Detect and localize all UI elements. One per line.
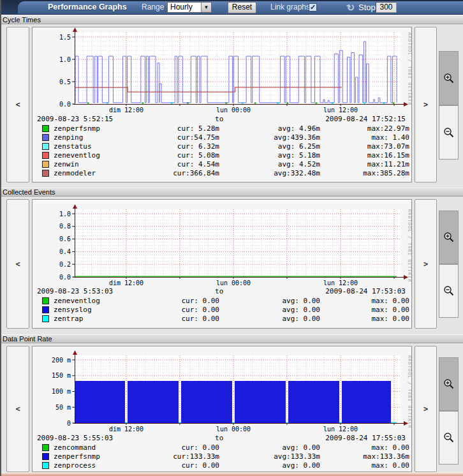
legend-avg-value: avg: 6.25m (219, 142, 320, 151)
legend-max-value: max: 1.40 (320, 133, 409, 142)
zoom-out-button-collected-events[interactable] (439, 264, 459, 318)
graph-image-data-point-rate: 050 m100 m150 m200 mdim 12:00lun 00:00lu… (33, 346, 412, 436)
legend-cur-value: cur:133.33m (156, 452, 219, 461)
rrdtool-watermark: RRDTOOL / TOBI OETIKER (407, 33, 412, 106)
legend-cur-value: cur: 0.00 (156, 315, 219, 323)
legend-max-value: max:22.97m (320, 124, 409, 133)
legend-cur-value: cur: 0.00 (156, 443, 219, 452)
legend-row: zenstatuscur: 6.32mavg: 6.25mmax:73.07m (33, 142, 411, 151)
stop-button[interactable]: Stop (358, 0, 376, 15)
zoom-in-button-data-point-rate[interactable] (439, 357, 459, 411)
scroll-left-button-collected-events[interactable]: < (6, 199, 29, 329)
zoom-out-button-cycle-times[interactable] (439, 105, 459, 160)
legend-max-value: max:133.36m (320, 452, 409, 461)
link-graphs-checkbox[interactable]: ✓ (309, 3, 317, 11)
zoom-out-button-data-point-rate[interactable] (439, 411, 459, 465)
legend-swatch (42, 444, 49, 451)
legend-avg-value: avg: 0.00 (219, 461, 320, 470)
legend-cur-value: cur: 0.00 (156, 461, 219, 470)
svg-text:50 m: 50 m (55, 404, 71, 411)
legend-cur-value: cur: 5.08m (156, 151, 219, 160)
reset-button[interactable]: Reset (228, 2, 256, 13)
link-graphs-label: Link graphs? (270, 0, 314, 15)
date-to-label: to (215, 115, 223, 124)
date-end: 2009-08-24 17:53:03 (325, 287, 406, 296)
graph-legend: zencommandcur: 0.00avg: 0.00max: 0.00zen… (33, 443, 411, 470)
toolbar: Performance Graphs Range Hourly ▼ Reset … (0, 0, 463, 15)
legend-avg-value: avg: 4.96m (219, 124, 320, 133)
svg-text:150 m: 150 m (52, 372, 71, 379)
zoom-in-button-collected-events[interactable] (439, 211, 459, 264)
zoom-in-button-cycle-times[interactable] (439, 51, 459, 105)
graph-legend: zenperfsnmpcur: 5.28mavg: 4.96mmax:22.97… (33, 124, 411, 177)
graph-panel-data-point-rate: 050 m100 m150 m200 mdim 12:00lun 00:00lu… (32, 346, 412, 472)
svg-text:1.0: 1.0 (59, 211, 71, 218)
legend-max-value: max: 0.00 (320, 306, 409, 314)
zoom-out-icon (443, 127, 455, 138)
svg-text:lun 00:00: lun 00:00 (216, 107, 251, 114)
legend-series-name: zenstatus (54, 142, 156, 151)
legend-swatch (42, 143, 49, 150)
scroll-right-button-data-point-rate[interactable]: > (415, 346, 437, 472)
refresh-seconds-input[interactable]: 300 (376, 2, 397, 13)
legend-row: zenmodelercur:366.84mavg:332.48mmax:385.… (33, 168, 411, 177)
page-title: Performance Graphs (48, 0, 127, 15)
zoom-in-icon (443, 73, 455, 84)
legend-max-value: max: 0.00 (320, 297, 409, 305)
zoom-in-icon (443, 378, 455, 390)
legend-series-name: zenping (54, 133, 156, 142)
svg-text:0.6: 0.6 (59, 235, 71, 242)
scroll-left-button-cycle-times[interactable]: < (6, 27, 29, 182)
legend-row: zenprocesscur: 0.00avg: 0.00max: 0.00 (33, 461, 411, 470)
legend-cur-value: cur:366.84m (156, 169, 219, 177)
legend-avg-value: avg:332.48m (219, 169, 320, 177)
date-to-label: to (215, 434, 223, 443)
legend-series-name: zencommand (54, 443, 156, 452)
legend-avg-value: avg: 0.00 (219, 443, 320, 452)
legend-series-name: zeneventlog (54, 297, 156, 305)
date-start: 2009-08-23 5:52:15 (37, 115, 113, 124)
legend-cur-value: cur: 0.00 (156, 297, 219, 305)
section-header-data-point-rate: Data Point Rate (0, 334, 463, 343)
svg-text:200 m: 200 m (52, 357, 71, 364)
zoom-in-icon (443, 232, 455, 243)
range-select[interactable]: Hourly ▼ (167, 2, 212, 13)
legend-row: zensyslogcur: 0.00avg: 0.00max: 0.00 (33, 305, 411, 314)
scroll-right-button-collected-events[interactable]: > (415, 199, 437, 329)
legend-avg-value: avg:439.36m (219, 133, 320, 142)
legend-row: zenpingcur:54.75mavg:439.36mmax: 1.40 (33, 133, 411, 142)
legend-cur-value: cur: 0.00 (156, 306, 219, 314)
legend-cur-value: cur:54.75m (156, 133, 219, 142)
scroll-right-button-cycle-times[interactable]: > (415, 27, 437, 182)
legend-cur-value: cur: 5.28m (156, 124, 219, 133)
svg-text:dim 12:00: dim 12:00 (109, 107, 143, 114)
range-select-value: Hourly (168, 3, 201, 12)
date-start: 2009-08-23 5:53:03 (37, 287, 113, 296)
legend-avg-value: avg: 0.00 (219, 315, 320, 323)
legend-swatch (42, 462, 49, 469)
legend-swatch (42, 453, 49, 460)
chevron-down-icon[interactable]: ▼ (201, 3, 211, 12)
legend-series-name: zensyslog (54, 306, 156, 314)
scroll-left-button-data-point-rate[interactable]: < (6, 346, 29, 472)
legend-swatch (42, 161, 49, 168)
legend-max-value: max: 0.00 (320, 461, 409, 470)
svg-text:1.5: 1.5 (59, 34, 71, 41)
svg-text:0.4: 0.4 (59, 248, 71, 255)
legend-swatch (42, 297, 49, 304)
page-left-border (0, 0, 1, 476)
legend-avg-value: avg: 5.18m (219, 151, 320, 160)
legend-series-name: zenperfsnmp (54, 124, 156, 133)
section-header-cycle-times: Cycle Times (0, 15, 463, 24)
legend-avg-value: avg: 4.52m (219, 160, 320, 168)
legend-row: zentrapcur: 0.00avg: 0.00max: 0.00 (33, 314, 411, 323)
legend-row: zenperfsnmpcur: 5.28mavg: 4.96mmax:22.97… (33, 124, 411, 133)
zoom-out-icon (443, 432, 455, 443)
legend-swatch (42, 306, 49, 313)
graph-panel-cycle-times: 0.00.51.01.5dim 12:00lun 00:00lun 12:00R… (32, 27, 412, 182)
legend-avg-value: avg:133.33m (219, 452, 320, 461)
date-end: 2009-08-24 17:52:15 (325, 115, 406, 124)
legend-series-name: zenprocess (54, 461, 156, 470)
legend-series-name: zeneventlog (54, 151, 156, 160)
legend-series-name: zentrap (54, 315, 156, 323)
